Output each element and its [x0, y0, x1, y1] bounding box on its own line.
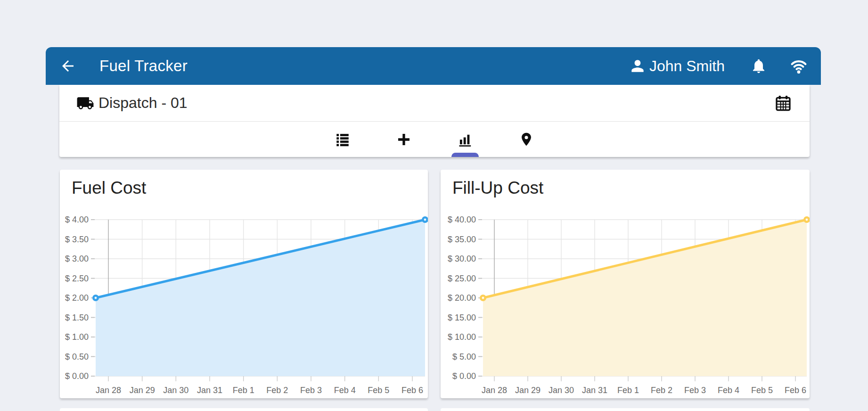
svg-text:Feb 5: Feb 5 — [751, 386, 773, 395]
svg-text:Feb 2: Feb 2 — [651, 386, 672, 395]
svg-text:$ 5.00: $ 5.00 — [452, 352, 476, 362]
tab-charts[interactable] — [452, 126, 478, 153]
svg-text:$ 10.00: $ 10.00 — [448, 332, 476, 342]
svg-text:Feb 3: Feb 3 — [300, 386, 322, 395]
bar-chart-icon — [457, 132, 473, 148]
svg-text:Jan 28: Jan 28 — [482, 386, 507, 395]
calendar-icon — [774, 94, 793, 113]
truck-icon — [76, 94, 94, 112]
chart-title: Fuel Cost — [72, 178, 146, 198]
svg-text:Jan 30: Jan 30 — [549, 386, 574, 395]
svg-text:$ 0.00: $ 0.00 — [65, 371, 89, 381]
notifications-button[interactable] — [750, 58, 767, 74]
svg-text:$ 15.00: $ 15.00 — [448, 313, 476, 322]
svg-text:$ 25.00: $ 25.00 — [448, 274, 476, 283]
svg-text:Feb 2: Feb 2 — [266, 386, 288, 395]
svg-text:$ 30.00: $ 30.00 — [448, 254, 476, 263]
tab-map[interactable] — [513, 126, 540, 153]
svg-text:$ 0.00: $ 0.00 — [452, 371, 476, 381]
svg-text:Jan 30: Jan 30 — [163, 386, 188, 395]
svg-text:$ 2.00: $ 2.00 — [65, 293, 89, 303]
svg-text:$ 3.50: $ 3.50 — [65, 235, 89, 244]
list-icon — [335, 132, 351, 148]
next-card-peek — [441, 408, 810, 411]
add-icon — [396, 132, 411, 147]
svg-text:Jan 29: Jan 29 — [515, 386, 540, 395]
svg-text:Feb 4: Feb 4 — [334, 386, 356, 395]
fill-up-cost-card: Fill-Up Cost $ 40.00$ 35.00$ 30.00$ 25.0… — [441, 170, 810, 398]
user-name: John Smith — [649, 58, 725, 75]
svg-text:$ 40.00: $ 40.00 — [448, 215, 476, 224]
app-title: Fuel Tracker — [99, 57, 188, 75]
app-bar-actions: John Smith — [629, 57, 821, 75]
svg-text:Feb 1: Feb 1 — [233, 386, 254, 395]
fuel-cost-chart[interactable]: $ 4.00$ 3.50$ 3.00$ 2.50$ 2.00$ 1.50$ 1.… — [60, 203, 428, 398]
svg-text:Feb 4: Feb 4 — [718, 386, 739, 395]
svg-text:Jan 28: Jan 28 — [96, 386, 121, 395]
selected-tab-indicator — [451, 153, 479, 157]
user-menu[interactable]: John Smith — [629, 57, 725, 75]
svg-text:$ 1.00: $ 1.00 — [65, 332, 89, 342]
back-button[interactable] — [59, 57, 77, 75]
svg-text:$ 0.50: $ 0.50 — [65, 352, 89, 362]
screen: Fuel Tracker John Smith — [0, 0, 868, 411]
chart-title: Fill-Up Cost — [452, 178, 543, 198]
bell-icon — [750, 58, 767, 74]
svg-text:Feb 3: Feb 3 — [684, 386, 706, 395]
svg-text:$ 2.50: $ 2.50 — [65, 274, 89, 283]
svg-text:$ 4.00: $ 4.00 — [65, 215, 89, 224]
svg-text:Feb 6: Feb 6 — [785, 386, 806, 395]
svg-text:$ 1.50: $ 1.50 — [65, 313, 89, 322]
app-bar: Fuel Tracker John Smith — [46, 47, 821, 85]
fill-up-cost-chart[interactable]: $ 40.00$ 35.00$ 30.00$ 25.00$ 20.00$ 15.… — [441, 203, 810, 398]
toolbar — [59, 122, 810, 157]
fuel-cost-card: Fuel Cost $ 4.00$ 3.50$ 3.00$ 2.50$ 2.00… — [60, 170, 428, 398]
svg-text:Feb 6: Feb 6 — [401, 386, 423, 395]
next-card-peek — [60, 408, 428, 411]
svg-text:$ 35.00: $ 35.00 — [448, 235, 476, 244]
tab-list[interactable] — [329, 126, 356, 153]
svg-text:Jan 29: Jan 29 — [130, 386, 155, 395]
svg-text:Feb 5: Feb 5 — [368, 386, 389, 395]
dispatch-card: Dispatch - 01 — [59, 85, 810, 157]
svg-text:$ 20.00: $ 20.00 — [448, 293, 476, 303]
wifi-status — [789, 57, 809, 75]
dispatch-row: Dispatch - 01 — [59, 85, 810, 121]
wifi-icon — [789, 57, 809, 75]
arrow-left-icon — [59, 58, 76, 74]
calendar-button[interactable] — [774, 94, 793, 113]
svg-text:Jan 31: Jan 31 — [197, 386, 222, 395]
person-icon — [629, 57, 647, 75]
tab-add[interactable] — [391, 126, 417, 153]
svg-text:$ 3.00: $ 3.00 — [65, 254, 89, 263]
dispatch-label: Dispatch - 01 — [98, 94, 188, 112]
svg-text:Jan 31: Jan 31 — [582, 386, 607, 395]
svg-text:Feb 1: Feb 1 — [617, 386, 639, 395]
location-pin-icon — [518, 132, 534, 148]
